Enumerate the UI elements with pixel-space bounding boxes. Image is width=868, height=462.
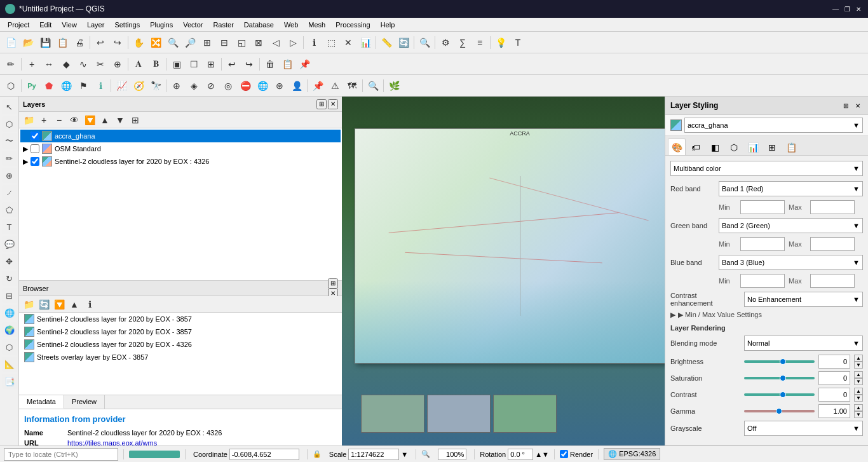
plugin5-button[interactable]: ⊘ (203, 78, 219, 94)
layer-item-osm[interactable]: ▶ OSM Standard (20, 142, 341, 155)
styling-tab-form[interactable]: 📋 (782, 139, 800, 155)
deselect2-button[interactable]: ☐ (186, 56, 202, 72)
undo-button[interactable]: ↩ (92, 34, 109, 51)
color-mode-dropdown[interactable]: Multiband color ▼ (670, 161, 863, 176)
plugin14-button[interactable]: 🌿 (386, 78, 402, 94)
move-down-button[interactable]: ▼ (113, 113, 127, 127)
plugin4-button[interactable]: ◈ (186, 78, 202, 94)
browser-item-3[interactable]: Streets overlay layer by EOX - 3857 (19, 351, 342, 363)
browser-item-1[interactable]: Sentinel-2 cloudless layer for 2020 by E… (19, 325, 342, 338)
green-min-input[interactable] (740, 237, 785, 251)
green-band-dropdown[interactable]: Band 2 (Green) ▼ (719, 218, 863, 233)
saturation-up[interactable]: ▲ (854, 371, 863, 378)
label-button[interactable]: 𝐀 (130, 56, 147, 72)
reports-tool[interactable]: 📑 (2, 374, 17, 389)
identify-button[interactable]: ℹ (306, 34, 322, 51)
select-tool[interactable]: ↖ (2, 99, 17, 114)
menu-plugins[interactable]: Plugins (145, 18, 178, 31)
plugins-button[interactable]: ⚙ (437, 34, 454, 51)
new-project-button[interactable]: 📄 (3, 34, 19, 51)
rotation-arrow[interactable]: ▲▼ (535, 451, 549, 458)
gamma-slider[interactable] (744, 410, 815, 412)
save-as-button[interactable]: 📋 (54, 34, 71, 51)
merge-button[interactable]: ⊕ (109, 56, 126, 72)
measure-button[interactable]: 📏 (378, 34, 395, 51)
menu-view[interactable]: View (57, 18, 82, 31)
open-project-button[interactable]: 📂 (20, 34, 36, 51)
plugin2-button[interactable]: ⬟ (41, 78, 57, 94)
styling-close-button[interactable]: ✕ (853, 100, 863, 111)
styling-tab-mask[interactable]: ◧ (706, 139, 724, 155)
saturation-thumb[interactable] (780, 375, 786, 381)
copy-button[interactable]: 📋 (279, 56, 295, 72)
add-polygon-tool[interactable]: ⬠ (2, 202, 17, 217)
browser-filter-button[interactable]: 🔽 (52, 297, 66, 311)
zoom-prev-button[interactable]: ◁ (268, 34, 284, 51)
menu-mesh[interactable]: Mesh (303, 18, 330, 31)
show-all-button[interactable]: 👁 (67, 113, 81, 127)
menu-raster[interactable]: Raster (208, 18, 238, 31)
text-button[interactable]: T (510, 34, 526, 51)
epsg-button[interactable]: 🌐 EPSG:4326 (604, 448, 660, 460)
menu-help[interactable]: Help (376, 18, 400, 31)
add-feature-button[interactable]: + (24, 56, 40, 72)
earth-tool[interactable]: 🌍 (2, 322, 17, 337)
add-line-tool[interactable]: ⟋ (2, 185, 17, 200)
chart-button[interactable]: 📈 (113, 78, 130, 94)
zoom-layer-button[interactable]: ◱ (233, 34, 250, 51)
brightness-input[interactable] (818, 355, 850, 369)
plugin11-button[interactable]: 📌 (309, 78, 326, 94)
maximize-button[interactable]: ❐ (843, 4, 851, 13)
saturation-input[interactable] (818, 371, 850, 385)
styling-tab-paint[interactable]: 🎨 (668, 139, 686, 155)
search-input[interactable] (4, 448, 118, 461)
red-min-input[interactable] (740, 200, 785, 214)
render-checkbox[interactable] (560, 450, 568, 458)
plugin7-button[interactable]: ⛔ (237, 78, 254, 94)
styling-tab-diagram[interactable]: 📊 (744, 139, 762, 155)
layer-item-sentinel[interactable]: ▶ Sentinel-2 cloudless layer for 2020 by… (20, 155, 341, 168)
nav-button[interactable]: 🔭 (147, 78, 164, 94)
move-tool[interactable]: ✥ (2, 254, 17, 269)
contrast2-slider[interactable] (744, 393, 815, 396)
rotation-input[interactable] (508, 449, 533, 460)
globe-tool[interactable]: 🌐 (2, 305, 17, 320)
edit-tool[interactable]: ✏ (2, 151, 17, 166)
search2-button[interactable]: 🔍 (365, 78, 381, 94)
layout-tool[interactable]: 📐 (2, 357, 17, 372)
redo-button[interactable]: ↪ (109, 34, 126, 51)
styling-tab-3d[interactable]: ⬡ (725, 139, 743, 155)
print-button[interactable]: 🖨 (71, 34, 88, 51)
select-all-button[interactable]: ⊞ (203, 56, 219, 72)
layers-float-button[interactable]: ⊞ (316, 99, 327, 109)
gamma-thumb[interactable] (776, 408, 782, 414)
menu-vector[interactable]: Vector (178, 18, 208, 31)
browser-button[interactable]: 🌐 (58, 78, 74, 94)
plugin3-button[interactable]: ⊕ (168, 78, 185, 94)
tips-button[interactable]: 💡 (492, 34, 509, 51)
menu-processing[interactable]: Processing (330, 18, 375, 31)
styling-float-button[interactable]: ⊞ (841, 100, 851, 111)
contrast2-up[interactable]: ▲ (854, 388, 863, 395)
search-button[interactable]: 🔍 (416, 34, 433, 51)
browser-refresh-button[interactable]: 🔄 (37, 297, 51, 311)
coordinate-input[interactable] (229, 449, 299, 460)
select-polygon-tool[interactable]: ⬡ (2, 116, 17, 132)
menu-layer[interactable]: Layer (82, 18, 110, 31)
scale-arrow[interactable]: ▼ (401, 451, 408, 458)
layer-select-dropdown[interactable]: accra_ghana ▼ (684, 118, 863, 133)
3d-tool[interactable]: ⬡ (2, 339, 17, 355)
red-max-input[interactable] (810, 200, 855, 214)
brightness-down[interactable]: ▼ (854, 362, 863, 369)
blue-max-input[interactable] (810, 274, 855, 288)
saturation-slider[interactable] (744, 377, 815, 379)
browser-item-0[interactable]: Sentinel-2 cloudless layer for 2020 by E… (19, 313, 342, 325)
browser-add-button[interactable]: 📁 (22, 297, 36, 311)
brightness-slider[interactable] (744, 360, 815, 363)
browser-item-2[interactable]: Sentinel-2 cloudless layer for 2020 by E… (19, 338, 342, 351)
node-tool-button[interactable]: ◆ (58, 56, 74, 72)
pan-map-button[interactable]: 🔀 (147, 34, 164, 51)
rotate-tool[interactable]: ↻ (2, 271, 17, 286)
expand-all-button[interactable]: ⊞ (128, 113, 142, 127)
info-url-value[interactable]: https://tiles.maps.eox.at/wms (67, 439, 157, 445)
